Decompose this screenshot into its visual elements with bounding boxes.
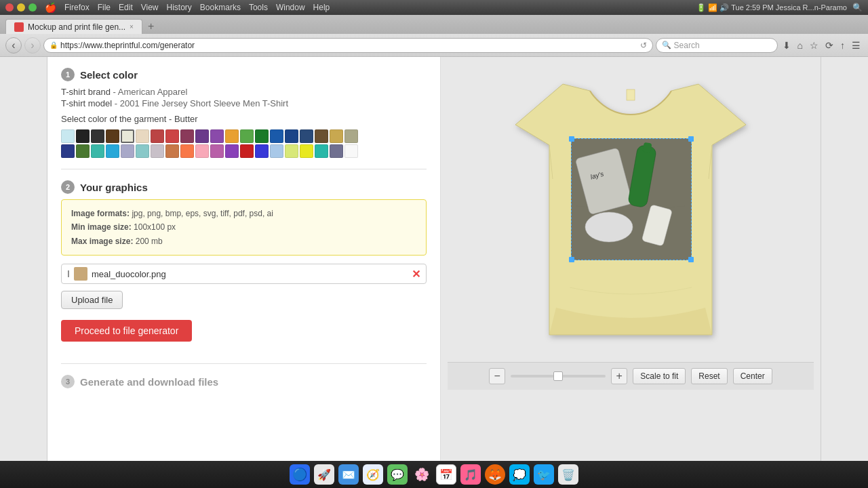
sync-icon[interactable]: ⟳ <box>823 39 835 52</box>
color-swatch[interactable] <box>300 129 313 143</box>
proceed-btn[interactable]: Proceed to file generator <box>61 320 192 342</box>
color-swatch[interactable] <box>225 129 239 143</box>
scale-minus-btn[interactable]: − <box>489 368 505 384</box>
color-swatch[interactable] <box>315 144 328 158</box>
color-swatch[interactable] <box>285 129 298 143</box>
tab-title: Mockup and print file gen... <box>28 22 125 32</box>
color-swatch[interactable] <box>180 144 194 158</box>
menu-bookmarks[interactable]: Bookmarks <box>200 3 241 12</box>
color-swatch[interactable] <box>255 129 269 143</box>
taskbar-skype-icon[interactable]: 💭 <box>509 464 530 485</box>
search-bar[interactable]: 🔍 Search <box>656 38 778 53</box>
tab-favicon <box>14 22 24 32</box>
color-swatch[interactable] <box>330 129 343 143</box>
color-swatch[interactable] <box>121 129 134 143</box>
left-panel: 1 Select color T-shirt brand - American … <box>47 57 441 461</box>
menu-edit[interactable]: Edit <box>119 3 133 12</box>
file-remove-btn[interactable]: ✕ <box>412 268 420 281</box>
tab-close-btn[interactable]: × <box>130 23 134 30</box>
color-swatch[interactable] <box>195 129 209 143</box>
color-swatch[interactable] <box>121 144 134 158</box>
taskbar-launchpad-icon[interactable]: 🚀 <box>314 464 334 485</box>
scale-slider-track[interactable] <box>511 375 606 378</box>
apple-menu[interactable]: 🍎 <box>45 2 56 13</box>
taskbar-firefox-icon[interactable]: 🦊 <box>485 464 505 485</box>
forward-btn[interactable]: › <box>24 37 41 54</box>
file-input-row[interactable]: I meal_duocolor.png ✕ <box>61 264 427 284</box>
color-swatch[interactable] <box>91 129 104 143</box>
taskbar-finder-icon[interactable]: 🔵 <box>290 464 310 485</box>
taskbar-trash-icon[interactable]: 🗑️ <box>558 464 578 485</box>
color-swatch[interactable] <box>315 129 328 143</box>
reset-btn[interactable]: Reset <box>691 368 727 384</box>
minimize-window-btn[interactable] <box>17 3 25 12</box>
graphic-preview: lay's <box>572 139 692 261</box>
menu-help[interactable]: Help <box>313 3 330 12</box>
menu-file[interactable]: File <box>98 3 111 12</box>
back-btn[interactable]: ‹ <box>5 37 22 54</box>
color-swatch[interactable] <box>330 144 343 158</box>
share-icon[interactable]: ↑ <box>838 39 847 52</box>
color-swatch[interactable] <box>240 144 254 158</box>
menu-history[interactable]: History <box>167 3 192 12</box>
active-tab[interactable]: Mockup and print file gen... × <box>5 19 142 34</box>
color-swatch[interactable] <box>106 129 119 143</box>
color-swatch[interactable] <box>195 144 209 158</box>
taskbar-photos-icon[interactable]: 🌸 <box>412 464 432 485</box>
color-swatch[interactable] <box>180 129 194 143</box>
color-swatch[interactable] <box>151 144 164 158</box>
maximize-window-btn[interactable] <box>28 3 37 12</box>
scale-plus-btn[interactable]: + <box>611 368 627 384</box>
download-icon[interactable]: ⬇ <box>781 39 793 52</box>
color-swatch[interactable] <box>136 129 149 143</box>
content-area: 1 Select color T-shirt brand - American … <box>47 57 868 461</box>
url-bar[interactable]: 🔒 https://www.theprintful.com/generator … <box>43 38 653 53</box>
color-swatch[interactable] <box>106 144 119 158</box>
new-tab-btn[interactable]: + <box>142 19 159 34</box>
section-divider <box>61 169 427 169</box>
color-swatch[interactable] <box>300 144 313 158</box>
close-window-btn[interactable] <box>5 3 14 12</box>
image-info-box: Image formats: jpg, png, bmp, eps, svg, … <box>61 199 427 256</box>
color-swatch[interactable] <box>210 144 224 158</box>
taskbar-messages-icon[interactable]: 💬 <box>387 464 408 485</box>
menu-view[interactable]: View <box>141 3 159 12</box>
color-swatch[interactable] <box>76 129 90 143</box>
taskbar-twitter-icon[interactable]: 🐦 <box>534 464 554 485</box>
color-swatch[interactable] <box>151 129 164 143</box>
color-swatch[interactable] <box>165 129 179 143</box>
color-swatch[interactable] <box>61 129 75 143</box>
color-swatch[interactable] <box>136 144 149 158</box>
color-swatch[interactable] <box>240 129 254 143</box>
color-swatch[interactable] <box>270 144 283 158</box>
menu-firefox[interactable]: Firefox <box>64 3 90 12</box>
bookmark-star-icon[interactable]: ☆ <box>808 39 821 52</box>
color-swatch[interactable] <box>91 144 104 158</box>
menu-icon[interactable]: ☰ <box>850 39 863 52</box>
scale-slider-thumb[interactable] <box>553 371 563 381</box>
taskbar-safari-icon[interactable]: 🧭 <box>363 464 383 485</box>
color-swatch[interactable] <box>76 144 90 158</box>
home-icon[interactable]: ⌂ <box>795 39 805 52</box>
refresh-btn[interactable]: ↺ <box>640 41 647 50</box>
menu-tools[interactable]: Tools <box>249 3 268 12</box>
menu-window[interactable]: Window <box>276 3 305 12</box>
svg-rect-3 <box>575 148 633 215</box>
color-swatch[interactable] <box>61 144 75 158</box>
color-swatch[interactable] <box>255 144 269 158</box>
taskbar-calendar-icon[interactable]: 📅 <box>436 464 456 485</box>
center-btn[interactable]: Center <box>733 368 772 384</box>
spotlight-icon[interactable]: 🔍 <box>852 3 863 12</box>
color-swatch[interactable] <box>285 144 298 158</box>
color-swatch[interactable] <box>344 129 358 143</box>
color-swatch[interactable] <box>225 144 239 158</box>
print-area[interactable]: lay's <box>571 138 692 260</box>
color-swatch[interactable] <box>270 129 283 143</box>
color-swatch[interactable] <box>210 129 224 143</box>
scale-fit-btn[interactable]: Scale to fit <box>633 368 686 384</box>
taskbar-music-icon[interactable]: 🎵 <box>460 464 481 485</box>
color-swatch[interactable] <box>165 144 179 158</box>
color-swatch[interactable] <box>344 144 358 158</box>
upload-file-btn[interactable]: Upload file <box>61 291 123 309</box>
taskbar-mail-icon[interactable]: ✉️ <box>338 464 359 485</box>
